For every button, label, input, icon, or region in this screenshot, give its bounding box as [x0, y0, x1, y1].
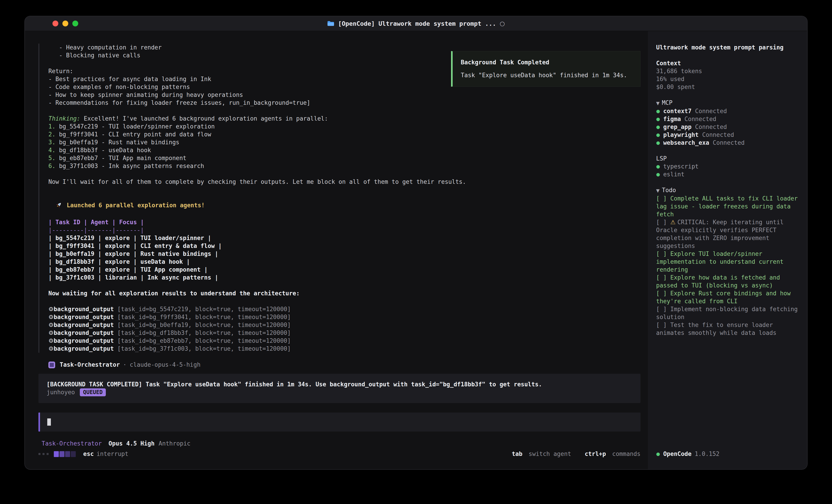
window-title-group: [OpenCode] Ultrawork mode system prompt … [327, 20, 505, 27]
todo-heading[interactable]: ▼Todo [656, 186, 798, 195]
todo-checkbox: [ ] [656, 290, 670, 297]
warning-icon: ⚠ [670, 219, 678, 226]
separator-dot: · [123, 361, 127, 369]
context-heading: Context [656, 59, 798, 67]
todo-checkbox: [ ] [656, 306, 670, 312]
chevron-down-icon: ▼ [656, 101, 659, 106]
status-dot-icon: ● [656, 140, 660, 145]
progress-spinner [59, 451, 64, 457]
context-spent: $0.00 spent [656, 83, 798, 91]
status-dot-icon: ● [656, 164, 660, 169]
progress-spinner [54, 451, 59, 457]
terminal-line: - Recommendations for fixing loader free… [48, 99, 641, 107]
terminal-line: | bg_df18bb3f | explore | useData hook | [48, 258, 641, 266]
terminal-line: | bg_eb87ebb7 | explore | TUI App compon… [48, 266, 641, 274]
todo-checkbox: [ ] [656, 250, 670, 257]
terminal-line: Now waiting for all exploration results … [48, 289, 641, 298]
version-footer: ● OpenCode 1.0.152 [656, 450, 798, 458]
terminal-line: 5. bg_eb87ebb7 - TUI App main component [48, 154, 641, 162]
terminal-line [48, 186, 641, 194]
spinner-dot [47, 453, 49, 455]
ctrlp-key-label: commands [612, 450, 641, 457]
progress-spinner [71, 451, 76, 457]
todo-checkbox: [ ] [656, 219, 670, 226]
sidebar: Ultrawork mode system prompt parsing Con… [648, 31, 807, 469]
lsp-section: LSP ●typescript●eslint [656, 155, 798, 178]
terminal-line [48, 170, 641, 178]
terminal-line: - How to keep spinner animating during h… [48, 91, 641, 99]
terminal-line: Launched 6 parallel exploration agents! [48, 194, 641, 211]
window-title: [OpenCode] Ultrawork mode system prompt … [338, 20, 496, 27]
minimize-button[interactable] [62, 21, 68, 26]
terminal-line: 6. bg_37f1c003 - Ink async patterns rese… [48, 162, 641, 170]
chat-main-area[interactable]: Background Task Completed Task "Explore … [25, 31, 648, 469]
lsp-list: ●typescript●eslint [656, 163, 798, 178]
terminal-line: | Task ID | Agent | Focus | [48, 218, 641, 226]
ctrlp-key-hint: ctrl+p [584, 450, 606, 457]
agent-name: Task-Orchestrator [60, 361, 120, 369]
agent-header: Task-Orchestrator · claude-opus-4-5-high [48, 361, 641, 369]
terminal-line: ⚙background_output [task_id=bg_df18bb3f,… [48, 329, 641, 337]
tab-key-hint: tab [512, 450, 522, 457]
lsp-item: ●eslint [656, 170, 798, 178]
todo-item: [ ] Explore how data is fetched and pass… [656, 274, 798, 289]
terminal-line [48, 298, 641, 305]
lsp-item: ●typescript [656, 163, 798, 170]
terminal-line: 2. bg_f9ff3041 - CLI entry point and dat… [48, 131, 641, 138]
opencode-window: [OpenCode] Ultrawork mode system prompt … [24, 16, 808, 470]
terminal-line: Thinking: Excellent! I've launched 6 bac… [48, 115, 641, 122]
terminal-line: | bg_5547c219 | explore | TUI loader/spi… [48, 234, 641, 242]
context-section: Context 31,686 tokens 16% used $0.00 spe… [656, 59, 798, 91]
status-dot-icon: ● [656, 108, 660, 114]
background-task-notification[interactable]: Background Task Completed Task "Explore … [451, 51, 641, 87]
mcp-section: ▼MCP ●context7 Connected●figma Connected… [656, 99, 798, 147]
terminal-line: ⚙background_output [task_id=bg_eb87ebb7,… [48, 337, 641, 345]
terminal-line: ⚙background_output [task_id=bg_f9ff3041,… [48, 313, 641, 321]
mcp-item: ●websearch_exa Connected [656, 139, 798, 147]
titlebar[interactable]: [OpenCode] Ultrawork mode system prompt … [25, 16, 807, 31]
status-dot-icon: ● [656, 450, 660, 458]
queued-badge: QUEUED [80, 388, 106, 396]
task-user: junhoyeo [47, 388, 75, 396]
rocket-icon [48, 194, 62, 211]
mcp-list: ●context7 Connected●figma Connected●grep… [656, 107, 798, 147]
selected-model: Opus 4.5 High [108, 440, 155, 448]
terminal-line: - Heavy computation in render [48, 44, 641, 52]
mcp-item: ●playwright Connected [656, 131, 798, 139]
text-cursor [47, 418, 51, 426]
agent-icon [48, 362, 55, 368]
status-dot-icon: ● [656, 132, 660, 138]
prompt-input[interactable] [38, 413, 641, 431]
window-controls [52, 21, 78, 26]
notification-title: Background Task Completed [461, 58, 632, 66]
esc-key-label: interrupt [97, 450, 128, 458]
terminal-line: 3. bg_b0effa19 - Rust native bindings [48, 138, 641, 146]
status-dot-icon: ● [656, 116, 660, 122]
todo-item: [ ] Test the fix to ensure loader animat… [656, 321, 798, 337]
selected-agent: Task-Orchestrator [42, 440, 102, 448]
terminal-line: 1. bg_5547c219 - TUI loader/spinner expl… [48, 122, 641, 131]
todo-item: [ ] Implement non-blocking data fetching… [656, 305, 798, 321]
terminal-line [48, 282, 641, 289]
agent-selector[interactable]: Task-Orchestrator Opus 4.5 High Anthropi… [38, 440, 641, 448]
zoom-button[interactable] [72, 21, 78, 26]
status-dot-icon: ● [656, 172, 660, 177]
terminal-line: ⚙background_output [task_id=bg_37f1c003,… [48, 345, 641, 353]
status-bar: esc interrupt tab switch agent ctrl+p co… [38, 450, 641, 458]
todo-checkbox: [ ] [656, 321, 670, 328]
app-version: 1.0.152 [695, 450, 720, 458]
todo-checkbox: [ ] [656, 195, 670, 202]
todo-item: [ ] ⚠ CRITICAL: Keep iterating until Ora… [656, 218, 798, 250]
esc-key-hint: esc [83, 450, 94, 458]
todo-item: [ ] Explore Rust core bindings and how t… [656, 289, 798, 305]
terminal-line: 4. bg_df18bb3f - useData hook [48, 146, 641, 154]
terminal-output[interactable]: - Heavy computation in render - Blocking… [38, 44, 641, 353]
close-button[interactable] [52, 21, 58, 26]
terminal-line: ⚙background_output [task_id=bg_5547c219,… [48, 305, 641, 313]
progress-spinner [65, 451, 70, 457]
completed-text: [BACKGROUND TASK COMPLETED] Task "Explor… [47, 381, 632, 388]
agent-model: claude-opus-4-5-high [130, 361, 201, 369]
mcp-heading[interactable]: ▼MCP [656, 99, 798, 107]
model-provider: Anthropic [159, 440, 190, 448]
mcp-item: ●figma Connected [656, 115, 798, 123]
